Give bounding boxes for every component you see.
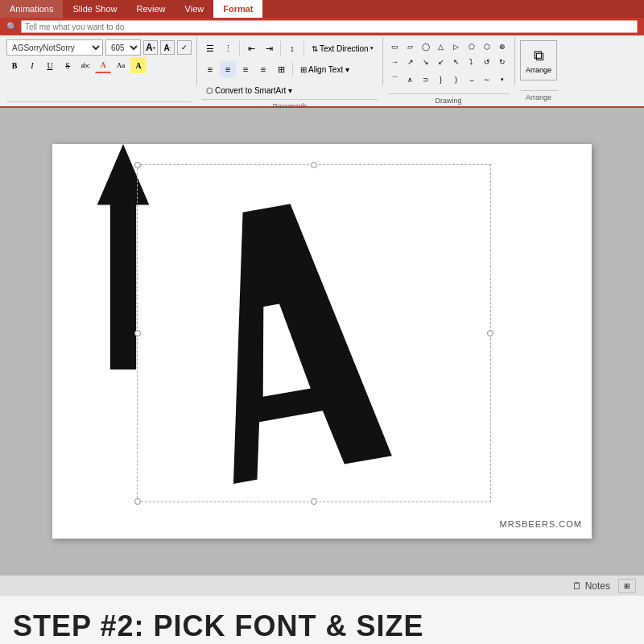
shape-rotate-r[interactable]: ↻ (495, 55, 510, 69)
font-color-button[interactable]: A (95, 57, 111, 73)
shape-arrow-ul[interactable]: ↖ (449, 55, 464, 69)
underline-button[interactable]: U (42, 57, 58, 73)
slide-container[interactable]: MRSBEERS.COM (52, 144, 592, 539)
tab-slideshow[interactable]: Slide Show (63, 0, 126, 18)
tab-view[interactable]: View (175, 0, 214, 18)
text-direction-dropdown-arrow: ▾ (370, 45, 374, 52)
convert-smartart-button[interactable]: ⬡ Convert to SmartArt ▾ (202, 81, 296, 99)
font-row: AGSorryNotSorry 605 A+ A- ✓ (6, 39, 192, 56)
arrange-button[interactable]: ⧉ Arrange (520, 40, 557, 80)
strikethrough-button[interactable]: S (60, 57, 76, 73)
smallcaps-button[interactable]: abc (77, 57, 93, 73)
shape-eq7[interactable]: ∼ (480, 72, 494, 87)
font-name-select[interactable]: AGSorryNotSorry (6, 39, 103, 56)
drawing-group-label: Drawing (388, 93, 510, 105)
para-top-row: ☰ ⋮ ⇤ ⇥ ↕ ⇅ Text Direction ▾ (202, 39, 378, 57)
font-group-label (6, 101, 192, 105)
ribbon-group-arrange: ⧉ Arrange Arrange (517, 37, 561, 105)
tab-animations[interactable]: Animations (0, 0, 63, 18)
ribbon-content: AGSorryNotSorry 605 A+ A- ✓ B I U S abc … (0, 35, 644, 108)
tab-bar: Animations Slide Show Review View Format (0, 0, 644, 18)
bullets-button[interactable]: ☰ (202, 40, 218, 56)
font-increase-button[interactable]: A+ (143, 40, 158, 55)
main-area: MRSBEERS.COM (0, 108, 644, 575)
group-divider-3 (514, 37, 515, 85)
arrange-group-label: Arrange (520, 90, 558, 101)
notes-button[interactable]: 🗒 Notes (572, 580, 610, 592)
shape-hex[interactable]: ⬡ (480, 39, 494, 54)
shapes-grid: ▭ ▱ ◯ △ ▷ ⬠ ⬡ ⊕ → ↗ ↘ ↙ ↖ ⤵ ↺ ↻ (388, 39, 510, 69)
change-case-button[interactable]: Aa (113, 57, 129, 73)
smartart-icon: ⬡ (206, 86, 213, 95)
highlight-color-button[interactable]: A (130, 57, 147, 73)
shape-more[interactable]: ▾ (495, 72, 510, 87)
shape-eq6[interactable]: ⌣ (464, 72, 479, 87)
clear-format-button[interactable]: ✓ (177, 40, 192, 55)
handle-bl (134, 498, 141, 505)
shape-arrow-ur[interactable]: ↗ (403, 55, 418, 69)
ribbon-group-paragraph: ☰ ⋮ ⇤ ⇥ ↕ ⇅ Text Direction ▾ ≡ ≡ ≡ (199, 37, 381, 105)
shape-eq3[interactable]: ⊃ (419, 72, 433, 87)
tab-review[interactable]: Review (126, 0, 175, 18)
align-left-button[interactable]: ≡ (202, 61, 218, 77)
shape-circle[interactable]: ◯ (419, 39, 433, 54)
text-direction-button[interactable]: ⇅ Text Direction ▾ (308, 39, 378, 57)
view-options-button[interactable]: ⊞ (618, 579, 636, 593)
letter-a-graphic (153, 184, 491, 490)
shape-eq2[interactable]: ∧ (403, 72, 418, 87)
shape-plus[interactable]: ⊕ (495, 39, 510, 54)
para-align-row: ≡ ≡ ≡ ≡ ⊞ ⊞ Align Text ▾ (202, 60, 378, 78)
text-direction-label: Text Direction (320, 44, 369, 53)
shape-rotate-l[interactable]: ↺ (480, 55, 494, 69)
numbering-button[interactable]: ⋮ (220, 40, 236, 56)
font-decrease-button[interactable]: A- (160, 40, 175, 55)
bold-button[interactable]: B (6, 57, 23, 73)
slide-panel: MRSBEERS.COM (0, 108, 644, 575)
increase-indent-button[interactable]: ⇥ (261, 40, 277, 56)
shape-arrow-dl[interactable]: ↙ (434, 55, 448, 69)
italic-button[interactable]: I (24, 57, 40, 73)
align-text-label: Align Text ▾ (308, 65, 349, 74)
convert-label: Convert to SmartArt ▾ (215, 86, 292, 95)
tab-format[interactable]: Format (213, 0, 262, 18)
ribbon-group-drawing: ▭ ▱ ◯ △ ▷ ⬠ ⬡ ⊕ → ↗ ↘ ↙ ↖ ⤵ ↺ ↻ ⌒ ∧ (385, 37, 513, 105)
shape-arrow[interactable]: ▷ (449, 39, 464, 54)
handle-tm (311, 162, 317, 168)
arrange-label: Arrange (526, 66, 551, 74)
shape-eq1[interactable]: ⌒ (388, 72, 402, 87)
text-direction-icon: ⇅ (312, 44, 318, 53)
caption-text: Step #2: Pick Font & Size (13, 609, 423, 643)
align-right-button[interactable]: ≡ (237, 61, 254, 77)
watermark: MRSBEERS.COM (500, 519, 582, 529)
shape-eq4[interactable]: } (434, 72, 448, 87)
smartart-row: ⬡ Convert to SmartArt ▾ (202, 81, 378, 99)
notes-icon: 🗒 (572, 580, 582, 592)
shape-eq5[interactable]: ) (449, 72, 464, 87)
format-row: B I U S abc A Aa A (6, 57, 192, 73)
columns-button[interactable]: ⊞ (273, 61, 289, 77)
svg-marker-0 (97, 144, 150, 369)
letter-a-container (149, 168, 495, 506)
font-size-select[interactable]: 605 (105, 39, 141, 56)
search-icon: 🔍 (6, 22, 18, 32)
line-spacing-button[interactable]: ↕ (284, 40, 300, 56)
align-justify-button[interactable]: ≡ (255, 61, 271, 77)
search-bar-row: 🔍 (0, 18, 644, 35)
shape-arrow-r[interactable]: → (388, 55, 402, 69)
align-text-button[interactable]: ⊞ Align Text ▾ (296, 60, 353, 78)
shape-para[interactable]: ▱ (403, 39, 418, 54)
notes-label: Notes (585, 580, 610, 592)
shape-rect[interactable]: ▭ (388, 39, 402, 54)
search-input[interactable] (21, 20, 638, 33)
arrange-icon: ⧉ (534, 47, 544, 64)
align-text-icon: ⊞ (300, 65, 307, 74)
shape-triangle[interactable]: △ (434, 39, 448, 54)
shape-pentagon[interactable]: ⬠ (464, 39, 479, 54)
shape-arrow-dr[interactable]: ↘ (419, 55, 433, 69)
group-divider-1 (196, 37, 197, 85)
decrease-indent-button[interactable]: ⇤ (243, 40, 259, 56)
align-center-button[interactable]: ≡ (220, 61, 236, 77)
shape-curved[interactable]: ⤵ (464, 55, 479, 69)
group-divider-2 (382, 37, 383, 85)
status-bar: 🗒 Notes ⊞ (0, 575, 644, 596)
